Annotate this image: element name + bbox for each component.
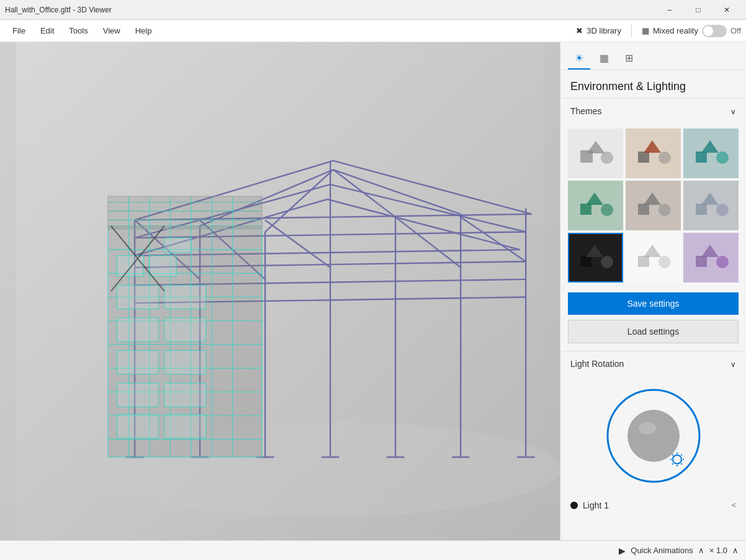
- toggle-knob: [703, 26, 713, 36]
- title-bar: Hall_with_Office.gltf - 3D Viewer – □ ✕: [0, 0, 746, 20]
- svg-rect-64: [164, 415, 206, 438]
- svg-rect-103: [696, 256, 707, 267]
- menu-file[interactable]: File: [5, 20, 33, 42]
- theme-item[interactable]: [626, 181, 681, 230]
- rotation-dial[interactable]: [604, 386, 703, 485]
- theme-item[interactable]: [626, 233, 681, 282]
- menu-right: ✖ 3D library ▦ Mixed reality Off: [576, 25, 741, 37]
- svg-rect-85: [696, 151, 707, 163]
- theme-item[interactable]: [683, 129, 739, 178]
- themes-label: Themes: [570, 106, 602, 116]
- svg-rect-63: [117, 415, 158, 438]
- svg-rect-88: [580, 204, 591, 215]
- svg-rect-97: [580, 256, 591, 267]
- light-dot: [570, 502, 578, 509]
- stats-tab[interactable]: ▦: [593, 47, 615, 70]
- light-rotation-content: [560, 376, 746, 495]
- svg-line-114: [672, 454, 673, 456]
- window-title: Hall_with_Office.gltf - 3D Viewer: [5, 6, 112, 14]
- theme-item[interactable]: [626, 129, 681, 178]
- light-rotation-header[interactable]: Light Rotation: [560, 351, 746, 376]
- light-chevron-icon: <: [732, 501, 736, 510]
- right-panel: ☀ ▦ ⊞ Environment & Lighting Themes: [560, 42, 746, 540]
- svg-rect-60: [164, 350, 206, 374]
- svg-rect-58: [164, 318, 206, 341]
- svg-rect-91: [638, 204, 649, 215]
- theme-item[interactable]: [683, 233, 739, 282]
- save-settings-button[interactable]: Save settings: [568, 292, 739, 315]
- svg-rect-100: [638, 256, 649, 267]
- menu-tools[interactable]: Tools: [61, 20, 95, 42]
- load-settings-button[interactable]: Load settings: [568, 320, 739, 343]
- menu-view[interactable]: View: [96, 20, 128, 42]
- bottom-bar: ▶ Quick Animations ∧ × 1.0 ∧: [0, 540, 746, 560]
- svg-marker-104: [701, 245, 719, 257]
- stats-icon: ▦: [600, 52, 609, 64]
- svg-rect-65: [164, 238, 191, 253]
- svg-rect-57: [117, 318, 158, 341]
- svg-rect-59: [117, 350, 158, 374]
- menu-divider: [631, 25, 632, 37]
- svg-point-102: [658, 256, 671, 268]
- svg-rect-70: [108, 196, 262, 229]
- svg-point-90: [601, 204, 613, 216]
- mixed-reality-toggle[interactable]: [702, 25, 727, 37]
- menu-help[interactable]: Help: [128, 20, 160, 42]
- light-list: Light 1 <: [560, 495, 746, 520]
- grid-icon: ⊞: [625, 52, 633, 64]
- light-name: Light 1: [583, 500, 732, 510]
- quick-animations-area: ▶ Quick Animations ∧ × 1.0 ∧: [619, 546, 739, 556]
- svg-marker-95: [701, 192, 719, 205]
- svg-marker-89: [586, 192, 603, 205]
- sun-icon: ☀: [575, 52, 583, 64]
- library-button[interactable]: ✖ 3D library: [576, 26, 621, 35]
- themes-header[interactable]: Themes: [560, 99, 746, 124]
- themes-section: Themes: [560, 98, 746, 351]
- svg-line-115: [681, 464, 682, 465]
- vr-icon: ▦: [642, 26, 649, 35]
- svg-marker-86: [701, 140, 719, 153]
- svg-point-108: [639, 422, 656, 435]
- svg-marker-80: [586, 141, 605, 153]
- theme-item[interactable]: [683, 181, 739, 230]
- menu-bar: File Edit Tools View Help ✖ 3D library ▦…: [0, 20, 746, 42]
- svg-point-109: [673, 455, 681, 464]
- section-title: Environment & Lighting: [560, 70, 746, 98]
- lighting-tab[interactable]: ☀: [568, 47, 590, 70]
- minimize-button[interactable]: –: [655, 0, 684, 20]
- main-content: ☀ ▦ ⊞ Environment & Lighting Themes: [0, 42, 746, 540]
- themes-grid: [560, 124, 746, 290]
- mixed-reality-button[interactable]: ▦ Mixed reality Off: [642, 25, 741, 37]
- svg-point-93: [658, 204, 671, 216]
- svg-rect-94: [696, 204, 707, 215]
- svg-rect-54: [150, 256, 176, 276]
- window-controls: – □ ✕: [655, 0, 741, 20]
- svg-point-81: [601, 151, 613, 164]
- svg-point-84: [658, 151, 671, 164]
- svg-point-99: [601, 256, 613, 268]
- close-button[interactable]: ✕: [712, 0, 741, 20]
- multiplier-up-icon: ∧: [732, 546, 739, 555]
- light-item[interactable]: Light 1 <: [568, 495, 739, 515]
- grid-tab[interactable]: ⊞: [618, 47, 640, 70]
- svg-rect-55: [117, 285, 158, 309]
- panel-tabs: ☀ ▦ ⊞: [560, 42, 746, 70]
- svg-rect-82: [638, 151, 649, 163]
- theme-item[interactable]: [568, 181, 623, 230]
- svg-marker-92: [644, 192, 661, 205]
- viewport[interactable]: [0, 42, 560, 540]
- light-rotation-label: Light Rotation: [570, 359, 624, 369]
- svg-point-105: [716, 256, 729, 268]
- svg-point-107: [627, 410, 680, 462]
- chevron-up-icon: ∧: [698, 546, 704, 555]
- svg-point-87: [716, 151, 729, 164]
- svg-rect-56: [164, 285, 206, 309]
- maximize-button[interactable]: □: [684, 0, 712, 20]
- light-rotation-chevron-icon: [730, 359, 736, 369]
- menu-edit[interactable]: Edit: [33, 20, 61, 42]
- svg-rect-61: [117, 383, 158, 407]
- svg-point-96: [716, 204, 729, 216]
- theme-item-selected[interactable]: [568, 233, 623, 282]
- theme-item[interactable]: [568, 129, 623, 178]
- svg-marker-98: [586, 245, 603, 257]
